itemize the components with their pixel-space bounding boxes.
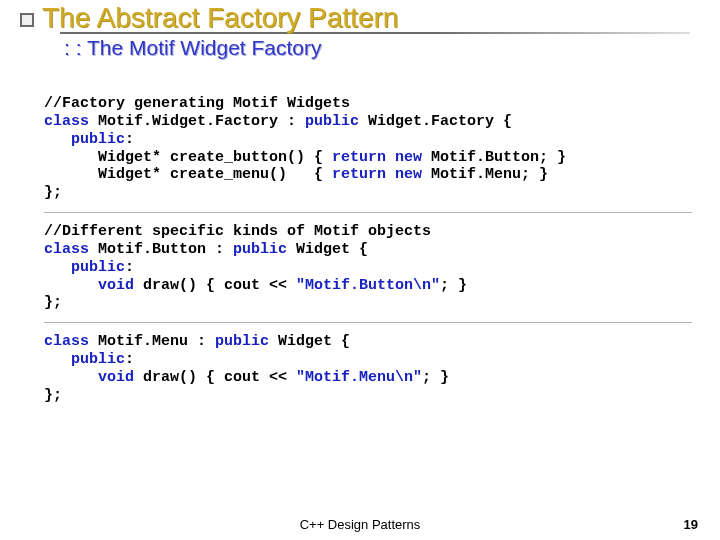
- bullet-icon: [20, 13, 34, 27]
- code-block-factory: //Factory generating Motif Widgets class…: [44, 95, 692, 213]
- slide-header: The Abstract Factory Pattern : : The Mot…: [0, 0, 720, 60]
- slide-title: The Abstract Factory Pattern: [42, 2, 398, 34]
- code-block-button: //Different specific kinds of Motif obje…: [44, 223, 692, 323]
- slide-subtitle: : : The Motif Widget Factory: [64, 36, 720, 60]
- footer-text: C++ Design Patterns: [300, 517, 421, 532]
- code-content: //Factory generating Motif Widgets class…: [44, 95, 692, 415]
- code-block-menu: class Motif.Menu : public Widget { publi…: [44, 333, 692, 414]
- page-number: 19: [684, 517, 698, 532]
